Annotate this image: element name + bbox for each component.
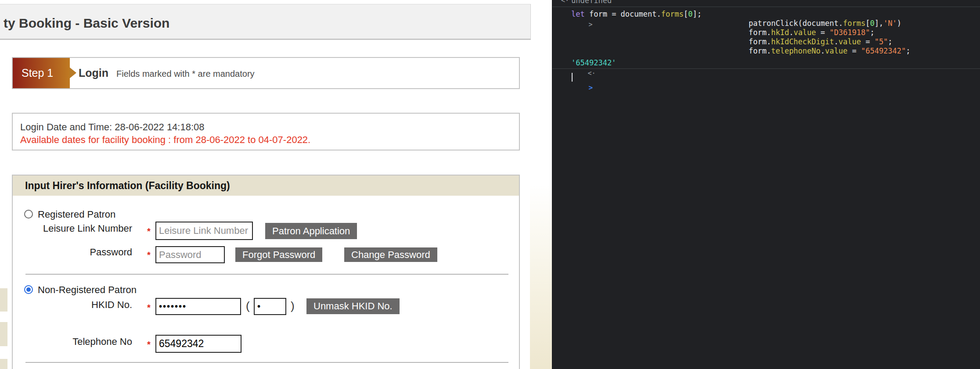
devtools-console[interactable]: <· undefined > let form = document.forms… <box>552 0 980 369</box>
page-header-bar: ty Booking - Basic Version <box>0 4 531 40</box>
console-result-value: '65492342' <box>571 58 616 68</box>
page-title: ty Booking - Basic Version <box>4 16 169 31</box>
leisure-link-required-star: * <box>147 226 151 236</box>
console-entry-line-4: form.hkIdCheckDigit.value = "5"; <box>749 37 893 47</box>
console-prompt-separator <box>552 68 980 69</box>
password-required-star: * <box>147 250 151 260</box>
registered-patron-radio[interactable] <box>24 210 33 219</box>
telephone-input[interactable] <box>155 335 241 353</box>
change-password-button[interactable]: Change Password <box>344 247 437 262</box>
hkid-paren-open: ( <box>246 299 250 313</box>
password-input[interactable] <box>155 246 225 263</box>
available-dates-text: Available dates for facility booking : f… <box>20 134 310 146</box>
step-badge: Step 1 <box>13 58 70 88</box>
step-title: Login <box>79 58 108 88</box>
non-registered-patron-radio[interactable] <box>24 285 33 294</box>
console-entry-line-5: form.telephoneNo.value = "65492342"; <box>749 47 911 56</box>
screen: ty Booking - Basic Version Step 1 Login … <box>0 0 980 369</box>
left-edge-decoration <box>0 322 7 346</box>
forgot-password-button[interactable]: Forgot Password <box>235 247 322 262</box>
hkid-check-digit-input[interactable] <box>254 298 286 315</box>
prompt-chevron-icon: > <box>562 74 593 101</box>
left-edge-decoration <box>0 288 7 312</box>
hirer-section-header: Input Hirer's Information (Facility Book… <box>13 176 519 196</box>
left-edge-decoration <box>0 359 7 369</box>
password-label: Password <box>13 247 132 258</box>
page-background-gradient <box>530 184 552 369</box>
leisure-link-input[interactable] <box>155 222 253 240</box>
patron-application-button[interactable]: Patron Application <box>265 223 357 239</box>
section-divider-bottom <box>25 362 508 363</box>
hkid-paren-close: ) <box>291 299 295 313</box>
unmask-hkid-button[interactable]: Unmask HKID No. <box>306 298 400 314</box>
non-registered-patron-label: Non-Registered Patron <box>38 284 137 296</box>
console-text-cursor[interactable] <box>572 73 573 82</box>
leisure-link-label: Leisure Link Number <box>13 223 132 234</box>
hkid-input[interactable] <box>155 298 241 315</box>
console-clipped-result: undefined <box>571 0 612 5</box>
login-info-box: Login Date and Time: 28-06-2022 14:18:08… <box>12 113 520 150</box>
console-entry-line-3: form.hkId.value = "D361918"; <box>749 28 875 37</box>
hkid-required-star: * <box>147 303 151 313</box>
step-login-box: Step 1 Login Fields marked with * are ma… <box>12 57 520 89</box>
step-chevron-icon <box>69 67 76 79</box>
hkid-label: HKID No. <box>13 299 132 311</box>
console-clipped-result-row: <· undefined <box>552 0 980 6</box>
telephone-required-star: * <box>147 340 151 350</box>
telephone-label: Telephone No <box>13 336 132 348</box>
console-entry-line-1: let form = document.forms[0]; <box>571 10 702 19</box>
return-arrow-icon: <· <box>561 0 569 5</box>
section-divider <box>25 274 508 275</box>
hirer-info-box: Input Hirer's Information (Facility Book… <box>12 175 520 369</box>
console-entry-line-2: patronClick(document.forms[0],'N') <box>749 19 901 28</box>
console-row-separator <box>552 7 980 7</box>
login-datetime-text: Login Date and Time: 28-06-2022 14:18:08 <box>20 122 205 133</box>
mandatory-note: Fields marked with * are mandatory <box>116 59 255 89</box>
registered-patron-label: Registered Patron <box>38 209 115 220</box>
